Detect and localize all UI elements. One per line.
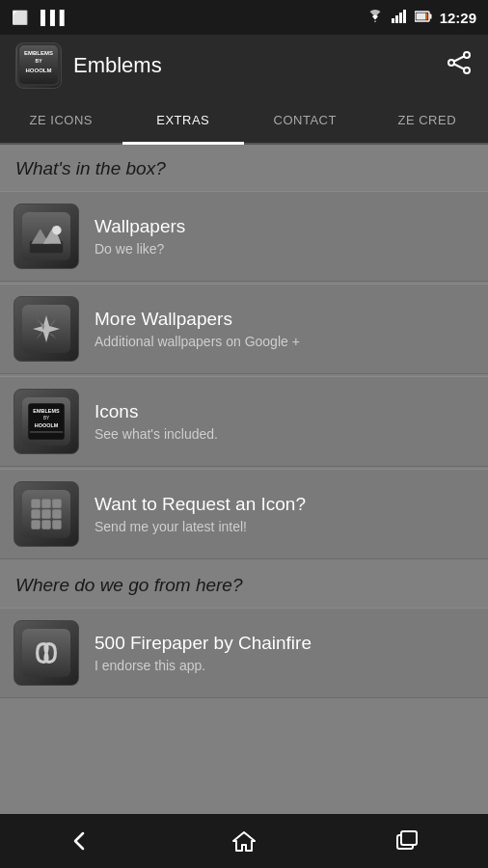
svg-rect-35 (41, 509, 50, 518)
svg-rect-18 (22, 212, 70, 260)
svg-rect-34 (31, 509, 40, 518)
firepaper-text: 500 Firepaper by Chainfire I endorse thi… (95, 633, 474, 673)
tab-bar: ZE ICONS EXTRAS CONTACT ZE CRED (0, 96, 488, 145)
svg-rect-3 (403, 10, 406, 23)
more-wallpapers-subtitle: Additional wallpapers on Google + (95, 334, 474, 349)
tab-ze-icons[interactable]: ZE ICONS (0, 96, 122, 143)
svg-text:HOOOLM: HOOOLM (35, 422, 59, 428)
request-icon-icon (14, 481, 79, 547)
svg-point-14 (448, 60, 454, 66)
more-wallpapers-title: More Wallpapers (95, 309, 474, 330)
svg-point-13 (464, 52, 470, 58)
app-bar: EMBLEMS BY HOOOLM Emblems (0, 35, 488, 96)
svg-text:BY: BY (36, 58, 43, 64)
signal-icon (392, 10, 407, 26)
section-header-1: What's in the box? (0, 145, 488, 189)
icons-title: Icons (95, 401, 474, 422)
svg-point-22 (52, 226, 61, 234)
home-button[interactable] (215, 822, 273, 860)
svg-text:BY: BY (43, 416, 50, 420)
svg-rect-7 (425, 13, 427, 19)
list-item-wallpapers[interactable]: Wallpapers Do we like? (0, 191, 488, 282)
list-item-request-icon[interactable]: Want to Request an Icon? Send me your la… (0, 469, 488, 559)
svg-rect-37 (31, 520, 40, 529)
tab-contact[interactable]: CONTACT (244, 96, 366, 143)
svg-rect-2 (399, 13, 402, 23)
app-title: Emblems (73, 53, 162, 78)
icons-icon: EMBLEMS BY HOOOLM (14, 389, 79, 454)
tab-extras[interactable]: EXTRAS (122, 96, 245, 143)
svg-rect-43 (401, 831, 417, 845)
battery-icon (415, 10, 432, 26)
wallpapers-title: Wallpapers (95, 216, 474, 237)
svg-rect-32 (41, 499, 50, 507)
icons-text: Icons See what's included. (95, 401, 474, 442)
svg-rect-1 (395, 15, 398, 23)
status-bar: ⬜ ▐▐▐ 12:29 (0, 0, 488, 35)
tab-ze-cred[interactable]: ZE CRED (366, 96, 489, 143)
status-right-icons: 12:29 (366, 10, 476, 26)
svg-rect-38 (41, 520, 50, 529)
svg-rect-31 (31, 499, 40, 507)
back-button[interactable] (52, 822, 110, 860)
svg-rect-5 (429, 14, 431, 18)
section-header-2: Where do we go from here? (0, 561, 488, 606)
main-content: What's in the box? Wallpapers Do (0, 145, 488, 814)
nav-bar (0, 814, 488, 868)
list-item-more-wallpapers[interactable]: More Wallpapers Additional wallpapers on… (0, 284, 488, 374)
wallpapers-icon (14, 203, 79, 269)
svg-text:EMBLEMS: EMBLEMS (24, 50, 53, 56)
screenshot-icon: ⬜ (12, 10, 28, 25)
svg-point-15 (464, 68, 470, 73)
wallpapers-text: Wallpapers Do we like? (95, 216, 474, 257)
svg-line-16 (454, 57, 464, 62)
recent-button[interactable] (378, 822, 436, 860)
svg-rect-0 (392, 18, 394, 23)
app-icon-label: EMBLEMS BY HOOOLM (17, 43, 60, 89)
svg-line-17 (454, 65, 464, 69)
firepaper-icon (14, 620, 79, 686)
svg-rect-39 (52, 520, 61, 529)
svg-text:EMBLEMS: EMBLEMS (33, 408, 60, 414)
svg-rect-29 (30, 431, 63, 433)
app-bar-left: EMBLEMS BY HOOOLM Emblems (15, 42, 162, 89)
firepaper-title: 500 Firepaper by Chainfire (95, 633, 474, 654)
request-icon-title: Want to Request an Icon? (95, 494, 474, 515)
wallpapers-subtitle: Do we like? (95, 241, 474, 257)
firepaper-subtitle: I endorse this app. (95, 658, 474, 673)
list-item-icons[interactable]: EMBLEMS BY HOOOLM Icons See what's inclu… (0, 376, 488, 467)
more-wallpapers-icon (14, 296, 79, 362)
list-item-firepaper[interactable]: 500 Firepaper by Chainfire I endorse thi… (0, 608, 488, 698)
wifi-icon (366, 10, 384, 26)
svg-rect-6 (416, 13, 425, 19)
bars-icon: ▐▐▐ (36, 10, 65, 25)
svg-rect-36 (52, 509, 61, 518)
svg-rect-33 (52, 499, 61, 507)
svg-marker-41 (233, 832, 255, 851)
status-time: 12:29 (440, 10, 476, 26)
request-icon-subtitle: Send me your latest intel! (95, 519, 474, 534)
request-icon-text: Want to Request an Icon? Send me your la… (95, 494, 474, 534)
share-button[interactable] (446, 49, 473, 82)
more-wallpapers-text: More Wallpapers Additional wallpapers on… (95, 309, 474, 349)
icons-subtitle: See what's included. (95, 426, 474, 442)
svg-text:HOOOLM: HOOOLM (26, 68, 52, 73)
status-left-icons: ⬜ ▐▐▐ (12, 10, 65, 25)
app-icon: EMBLEMS BY HOOOLM (15, 42, 62, 89)
